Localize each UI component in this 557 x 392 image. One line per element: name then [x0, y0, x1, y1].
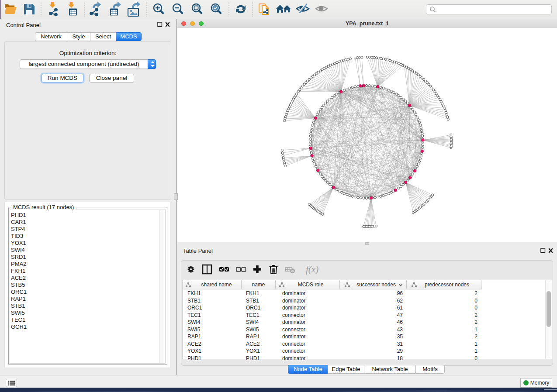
svg-text:f(x): f(x): [306, 264, 318, 275]
